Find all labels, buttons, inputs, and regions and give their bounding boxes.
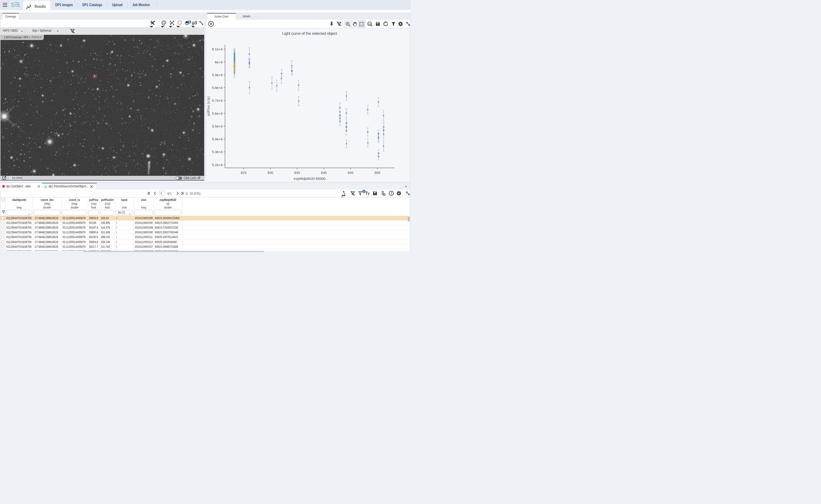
svg-text:635: 635 (294, 171, 300, 174)
svg-text:640: 640 (321, 171, 327, 174)
svg-text:5.3e+4: 5.3e+4 (212, 150, 223, 154)
svg-text:5.8e+4: 5.8e+4 (212, 86, 223, 90)
svg-text:5.6e+4: 5.6e+4 (212, 111, 223, 115)
svg-text:5.9e+4: 5.9e+4 (212, 73, 223, 77)
svg-text:5.4e+4: 5.4e+4 (212, 137, 223, 141)
svg-text:630: 630 (268, 171, 273, 174)
svg-text:650: 650 (374, 171, 380, 174)
svg-text:6.1e+4: 6.1e+4 (212, 47, 223, 51)
svg-text:Light curve of the selected ob: Light curve of the selected object (282, 31, 337, 36)
svg-text:expMidptMJD-60000: expMidptMJD-60000 (294, 177, 326, 180)
svg-text:6e+4: 6e+4 (215, 60, 223, 64)
svg-text:T: T (368, 192, 370, 196)
svg-text:645: 645 (348, 171, 353, 174)
svg-text:5.5e+4: 5.5e+4 (212, 124, 223, 128)
svg-text:5.2e+4: 5.2e+4 (212, 163, 223, 167)
svg-text:psfFlux (nJy): psfFlux (nJy) (207, 96, 211, 116)
svg-text:625: 625 (241, 171, 246, 174)
svg-text:5.7e+4: 5.7e+4 (212, 99, 223, 102)
svg-text:1x: 1x (368, 22, 371, 25)
